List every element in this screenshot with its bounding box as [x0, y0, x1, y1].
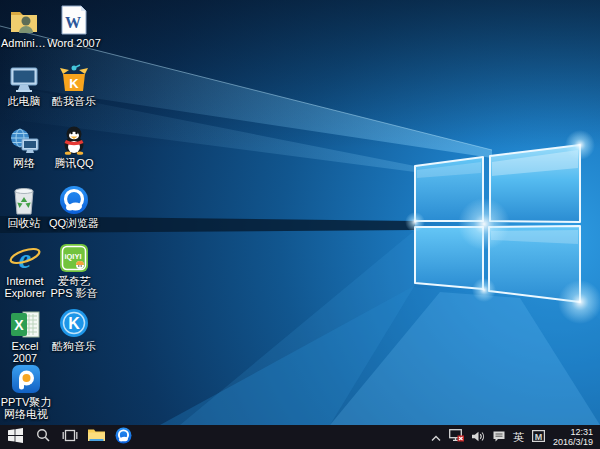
qq-browser-icon	[115, 427, 132, 448]
taskbar-clock[interactable]: 12:31 2016/3/19	[549, 427, 600, 447]
icon-label: Internet Explorer	[0, 275, 50, 299]
network-disconnected-icon	[449, 428, 464, 446]
svg-text:e: e	[19, 243, 31, 273]
start-button[interactable]	[2, 425, 29, 449]
ime-mode-icon: M	[532, 428, 545, 446]
network-icon	[9, 123, 39, 155]
pptv-icon	[11, 362, 41, 394]
system-tray: 英 M 12:31 2016/3/19	[427, 425, 600, 449]
task-view-icon	[62, 428, 78, 446]
icon-label: Administra...	[1, 37, 47, 49]
windows-desktop-screen: Administra... W Word 2007	[0, 0, 600, 449]
folder-icon	[88, 428, 105, 446]
word-icon: W	[61, 3, 87, 35]
desktop-icon-this-pc[interactable]: 此电脑	[0, 61, 48, 107]
clock-time: 12:31	[553, 427, 593, 437]
svg-text:M: M	[535, 432, 543, 442]
icon-label: 回收站	[8, 217, 41, 229]
kuwo-music-icon: K	[59, 61, 89, 93]
speaker-icon	[472, 428, 485, 446]
tray-volume-button[interactable]	[468, 425, 489, 449]
qq-browser-icon	[59, 183, 89, 215]
icon-label: Excel 2007	[0, 340, 50, 364]
desktop-icon-recycle-bin[interactable]: 回收站	[0, 183, 48, 229]
desktop-icon-internet-explorer[interactable]: e Internet Explorer	[0, 241, 50, 299]
desktop-icon-kuwo-music[interactable]: K 酷我音乐	[47, 61, 101, 107]
desktop-icon-network[interactable]: 网络	[0, 123, 48, 169]
tray-network-button[interactable]	[445, 425, 468, 449]
internet-explorer-icon: e	[9, 241, 41, 273]
tray-ime-language-button[interactable]: 英	[509, 430, 528, 445]
recycle-bin-icon	[12, 183, 36, 215]
desktop-icon-qq-browser[interactable]: QQ浏览器	[47, 183, 101, 229]
icon-label: PPTV聚力 网络电视	[0, 396, 52, 420]
desktop-icon-tencent-qq[interactable]: 腾讯QQ	[47, 123, 101, 169]
speech-bubble-icon	[493, 428, 505, 446]
desktop-icon-excel-2007[interactable]: X Excel 2007	[0, 306, 50, 364]
desktop-surface[interactable]: Administra... W Word 2007	[0, 0, 600, 425]
icon-label: 此电脑	[8, 95, 41, 107]
svg-text:iQIYI: iQIYI	[64, 252, 81, 261]
tray-ime-mode-button[interactable]: M	[528, 425, 549, 449]
windows-logo-icon	[8, 428, 23, 447]
excel-icon: X	[10, 306, 40, 338]
desktop-icon-kugou-music[interactable]: K 酷狗音乐	[47, 306, 101, 352]
desktop-icon-iqiyi-pps[interactable]: iQIYI 爱奇艺PPS 影音	[47, 241, 101, 299]
task-view-button[interactable]	[56, 425, 83, 449]
administrator-folder-icon	[9, 3, 39, 35]
taskbar: 英 M 12:31 2016/3/19	[0, 425, 600, 449]
this-pc-icon	[9, 61, 39, 93]
icon-label: Word 2007	[47, 37, 101, 49]
icon-label: 网络	[13, 157, 35, 169]
taskbar-buttons	[0, 425, 137, 449]
desktop-icon-pptv[interactable]: PPTV聚力 网络电视	[0, 362, 52, 420]
svg-text:K: K	[68, 315, 80, 332]
icon-label: 酷狗音乐	[52, 340, 96, 352]
icon-label: 爱奇艺PPS 影音	[47, 275, 101, 299]
svg-text:K: K	[69, 76, 79, 91]
tray-ime-status-button[interactable]	[489, 425, 509, 449]
tray-chevron-up-button[interactable]	[427, 425, 445, 449]
icon-label: 酷我音乐	[52, 95, 96, 107]
file-explorer-button[interactable]	[83, 425, 110, 449]
desktop-icon-administrator[interactable]: Administra...	[0, 3, 48, 49]
svg-text:W: W	[65, 14, 81, 31]
icon-label: QQ浏览器	[49, 217, 99, 229]
search-button[interactable]	[29, 425, 56, 449]
svg-text:X: X	[14, 317, 24, 333]
qq-browser-taskbar-button[interactable]	[110, 425, 137, 449]
tencent-qq-icon	[61, 123, 87, 155]
icon-label: 腾讯QQ	[54, 157, 93, 169]
search-icon	[36, 428, 50, 446]
chevron-up-icon	[431, 428, 441, 446]
clock-date: 2016/3/19	[553, 437, 593, 447]
desktop-icon-word-2007[interactable]: W Word 2007	[47, 3, 101, 49]
kugou-music-icon: K	[59, 306, 89, 338]
iqiyi-pps-icon: iQIYI	[59, 241, 89, 273]
